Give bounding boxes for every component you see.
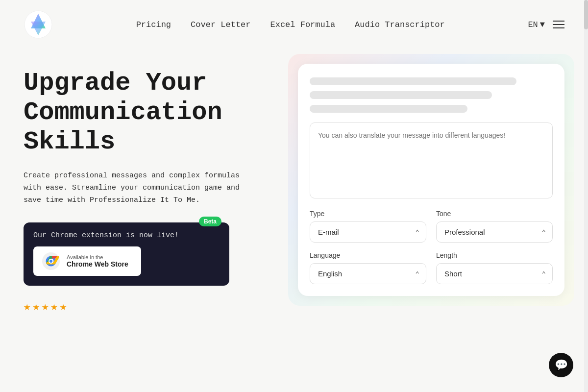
type-label: Type — [310, 210, 426, 218]
chevron-down-icon: ▼ — [540, 20, 545, 29]
length-group: Length Short Medium Long ⌃ — [436, 251, 553, 284]
language-selector[interactable]: EN ▼ — [528, 20, 545, 29]
language-select[interactable]: English Spanish French German — [310, 263, 426, 284]
skeleton-line-2 — [310, 91, 492, 99]
main-content: Upgrade Your Communication Skills Create… — [0, 49, 588, 314]
chrome-available-label: Available in the — [67, 254, 128, 260]
chat-bubble-button[interactable]: 💬 — [549, 353, 573, 377]
nav-pricing[interactable]: Pricing — [136, 20, 171, 29]
length-label: Length — [436, 251, 553, 259]
tone-group: Tone Professional Casual Formal Friendly… — [436, 210, 553, 243]
left-section: Upgrade Your Communication Skills Create… — [24, 59, 269, 314]
logo-area — [24, 10, 53, 39]
skeleton-line-3 — [310, 105, 467, 113]
right-section: Type E-mail Message Report ⌃ Tone — [298, 59, 564, 296]
scrollbar[interactable] — [584, 0, 588, 392]
length-select[interactable]: Short Medium Long — [436, 263, 553, 284]
nav-cover-letter[interactable]: Cover Letter — [191, 20, 250, 29]
hero-title: Upgrade Your Communication Skills — [24, 69, 269, 156]
tone-select[interactable]: Professional Casual Formal Friendly — [436, 221, 553, 243]
type-dropdown-wrapper: E-mail Message Report ⌃ — [310, 221, 426, 243]
tone-label: Tone — [436, 210, 553, 218]
star-3: ★ — [42, 299, 49, 314]
nav-audio-transcriptor[interactable]: Audio Transcriptor — [355, 20, 445, 29]
language-dropdown-wrapper: English Spanish French German ⌃ — [310, 263, 426, 284]
input-card: Type E-mail Message Report ⌃ Tone — [298, 64, 564, 296]
chat-bubble-icon: 💬 — [555, 359, 568, 372]
svg-point-6 — [49, 260, 52, 263]
beta-badge: Beta — [199, 217, 221, 226]
chrome-store-box[interactable]: Available in the Chrome Web Store — [33, 246, 141, 276]
chrome-banner-text: Our Chrome extension is now live! — [33, 231, 220, 240]
hero-subtitle: Create professional messages and complex… — [24, 170, 259, 206]
nav-right: EN ▼ — [528, 20, 564, 29]
type-group: Type E-mail Message Report ⌃ — [310, 210, 426, 243]
length-dropdown-wrapper: Short Medium Long ⌃ — [436, 263, 553, 284]
chrome-store-name: Chrome Web Store — [67, 260, 128, 268]
star-rating: ★ ★ ★ ★ ★ — [24, 299, 269, 314]
language-length-row: Language English Spanish French German ⌃… — [310, 251, 553, 284]
chrome-logo-icon — [42, 252, 60, 270]
nav-excel-formula[interactable]: Excel Formula — [270, 20, 335, 29]
nav-links: Pricing Cover Letter Excel Formula Audio… — [136, 20, 445, 29]
type-select[interactable]: E-mail Message Report — [310, 221, 426, 243]
skeleton-line-1 — [310, 77, 516, 85]
chrome-store-text: Available in the Chrome Web Store — [67, 254, 128, 268]
star-5: ★ — [60, 299, 67, 314]
star-2: ★ — [32, 299, 39, 314]
star-1: ★ — [24, 299, 30, 314]
language-label: Language — [310, 251, 426, 259]
chrome-extension-banner[interactable]: Beta Our Chrome extension is now live! A… — [24, 222, 229, 286]
logo-icon — [24, 10, 53, 39]
message-textarea[interactable] — [310, 122, 553, 198]
star-4: ★ — [50, 299, 57, 314]
language-group: Language English Spanish French German ⌃ — [310, 251, 426, 284]
hamburger-menu[interactable] — [553, 21, 564, 28]
tone-dropdown-wrapper: Professional Casual Formal Friendly ⌃ — [436, 221, 553, 243]
scrollbar-thumb[interactable] — [584, 0, 588, 29]
skeleton-preview — [310, 77, 553, 113]
type-tone-row: Type E-mail Message Report ⌃ Tone — [310, 210, 553, 243]
navbar: Pricing Cover Letter Excel Formula Audio… — [0, 0, 588, 49]
